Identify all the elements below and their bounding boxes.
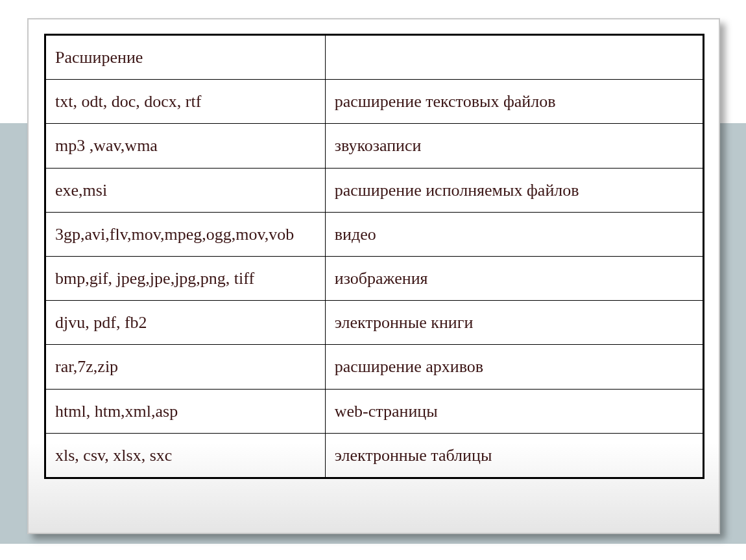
table-row: djvu, pdf, fb2 электронные книги — [45, 301, 704, 345]
cell-desc: изображения — [325, 256, 703, 300]
table-row: xls, csv, xlsx, sxc электронные таблицы — [45, 433, 704, 478]
cell-ext: txt, odt, doc, docx, rtf — [45, 80, 326, 124]
table-row: rar,7z,zip расширение архивов — [45, 345, 704, 389]
table-row: txt, odt, doc, docx, rtf расширение текс… — [45, 80, 704, 124]
document-card: Расширение txt, odt, doc, docx, rtf расш… — [27, 18, 720, 534]
cell-ext: bmp,gif, jpeg,jpe,jpg,png, tiff — [45, 256, 326, 300]
cell-desc: расширение архивов — [325, 345, 703, 389]
header-left: Расширение — [45, 35, 326, 80]
extensions-table: Расширение txt, odt, doc, docx, rtf расш… — [44, 34, 704, 479]
cell-desc: электронные таблицы — [325, 433, 703, 478]
cell-ext: exe,msi — [45, 168, 326, 212]
cell-desc: электронные книги — [325, 301, 703, 345]
table-row: html, htm,xml,asp web-страницы — [45, 389, 704, 433]
header-right — [325, 35, 703, 80]
cell-desc: web-страницы — [325, 389, 703, 433]
cell-desc: видео — [325, 212, 703, 256]
cell-desc: звукозаписи — [325, 124, 703, 168]
cell-ext: mp3 ,wav,wma — [45, 124, 326, 168]
cell-ext: djvu, pdf, fb2 — [45, 301, 326, 345]
table-row: mp3 ,wav,wma звукозаписи — [45, 124, 704, 168]
table-row: bmp,gif, jpeg,jpe,jpg,png, tiff изображе… — [45, 256, 704, 300]
cell-desc: расширение текстовых файлов — [325, 80, 703, 124]
cell-ext: html, htm,xml,asp — [45, 389, 326, 433]
cell-ext: 3gp,avi,flv,mov,mpeg,ogg,mov,vob — [45, 212, 326, 256]
cell-ext: xls, csv, xlsx, sxc — [45, 433, 326, 478]
cell-ext: rar,7z,zip — [45, 345, 326, 389]
table-row: exe,msi расширение исполняемых файлов — [45, 168, 704, 212]
table-header-row: Расширение — [45, 35, 704, 80]
table-row: 3gp,avi,flv,mov,mpeg,ogg,mov,vob видео — [45, 212, 704, 256]
cell-desc: расширение исполняемых файлов — [325, 168, 703, 212]
